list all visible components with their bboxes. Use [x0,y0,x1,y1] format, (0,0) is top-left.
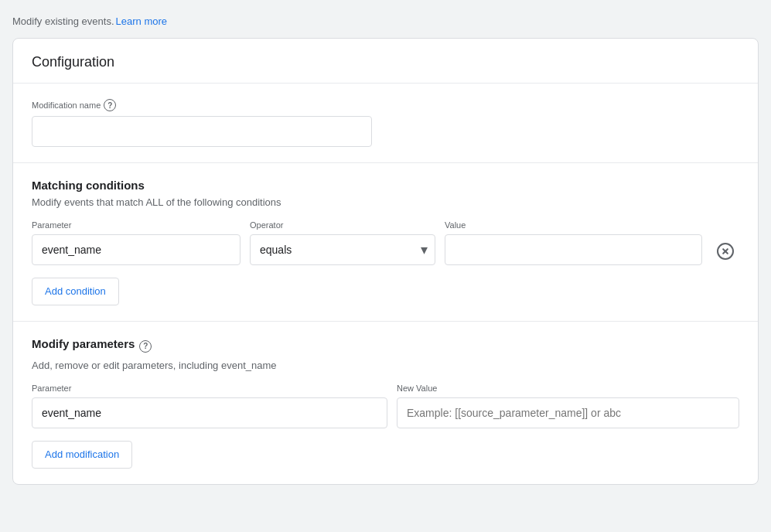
condition-value-label: Value [445,220,702,230]
condition-row: Parameter Operator equals contains start… [32,220,739,265]
card-title: Configuration [32,54,739,70]
remove-circle-icon [717,243,734,260]
condition-remove-button[interactable] [713,239,738,264]
modify-param-col: Parameter [32,384,387,428]
modification-name-help-icon[interactable]: ? [104,99,116,111]
modify-parameters-section: Modify parameters ? Add, remove or edit … [13,321,758,484]
top-bar: Modify existing events. Learn more [12,15,759,27]
add-modification-button[interactable]: Add modification [32,441,132,469]
learn-more-link[interactable]: Learn more [116,15,167,27]
modify-value-label: New Value [397,384,739,393]
modify-param-input[interactable] [32,397,387,428]
modify-param-label: Parameter [32,384,387,393]
modify-param-row: Parameter New Value [32,384,739,428]
modify-parameters-desc: Add, remove or edit parameters, includin… [32,360,739,371]
modify-value-col: New Value [397,384,739,428]
condition-remove-col [711,239,739,265]
condition-value-col: Value [445,220,702,265]
modify-parameters-help-icon[interactable]: ? [139,340,152,353]
card-header: Configuration [13,39,758,84]
condition-operator-wrapper: equals contains starts with ends with do… [250,234,435,265]
condition-param-input[interactable] [32,234,241,265]
matching-conditions-desc: Modify events that match ALL of the foll… [32,196,739,208]
modification-name-input[interactable] [32,116,372,147]
top-bar-text: Modify existing events. [12,15,114,27]
condition-value-input[interactable] [445,234,702,265]
modification-name-section: Modification name ? [13,84,758,162]
modify-value-input[interactable] [397,397,739,428]
matching-conditions-section: Matching conditions Modify events that m… [13,162,758,321]
matching-conditions-title: Matching conditions [32,179,739,192]
modification-name-label: Modification name ? [32,99,372,111]
condition-param-col: Parameter [32,220,241,265]
add-condition-button[interactable]: Add condition [32,278,119,305]
condition-param-label: Parameter [32,220,241,230]
configuration-card: Configuration Modification name ? Matchi… [12,38,759,485]
modify-parameters-title: Modify parameters [32,337,135,350]
condition-operator-label: Operator [250,220,435,230]
condition-operator-col: Operator equals contains starts with end… [250,220,435,265]
condition-operator-select[interactable]: equals contains starts with ends with do… [250,234,435,265]
